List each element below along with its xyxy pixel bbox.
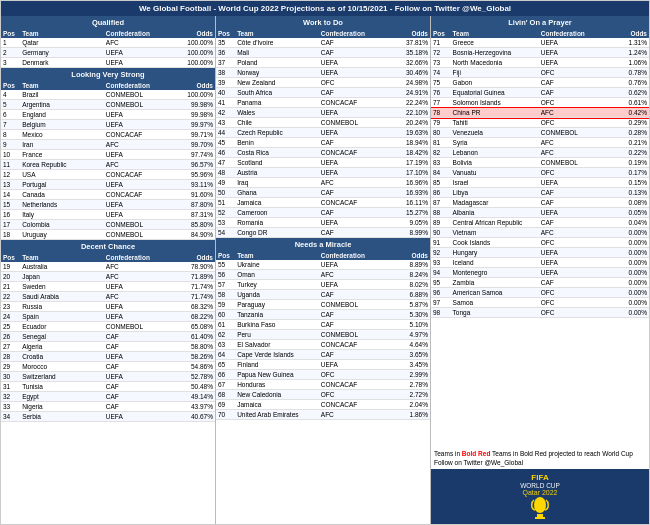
pos-cell: 29: [1, 362, 20, 372]
pos-cell: 3: [1, 58, 20, 68]
svg-point-2: [534, 497, 546, 513]
conf-cell: UEFA: [319, 58, 388, 68]
team-cell: Greece: [451, 38, 539, 48]
team-cell: France: [20, 150, 104, 160]
col-odds: Odds: [388, 251, 430, 260]
conf-cell: CAF: [104, 392, 173, 402]
pos-cell: 47: [216, 158, 235, 168]
table-row: 14CanadaCONCACAF91.60%: [1, 190, 215, 200]
conf-cell: AFC: [104, 160, 173, 170]
conf-cell: CAF: [319, 290, 388, 300]
conf-cell: CAF: [319, 138, 388, 148]
odds-cell: 32.66%: [388, 58, 430, 68]
table-row: 89Central African RepublicCAF0.04%: [431, 218, 649, 228]
conf-cell: CONMEBOL: [104, 220, 173, 230]
odds-cell: 0.78%: [606, 68, 649, 78]
pos-cell: 79: [431, 118, 451, 128]
pos-cell: 35: [216, 38, 235, 48]
conf-cell: UEFA: [539, 268, 606, 278]
conf-cell: CAF: [319, 310, 388, 320]
pos-cell: 74: [431, 68, 451, 78]
odds-cell: 97.74%: [173, 150, 215, 160]
pos-cell: 43: [216, 118, 235, 128]
table-row: 85IsraelUEFA0.15%: [431, 178, 649, 188]
pos-cell: 83: [431, 158, 451, 168]
pos-cell: 42: [216, 108, 235, 118]
conf-cell: CAF: [539, 218, 606, 228]
conf-cell: CONCACAF: [104, 170, 173, 180]
odds-cell: 49.14%: [173, 392, 215, 402]
conf-cell: OFC: [539, 308, 606, 318]
conf-cell: UEFA: [104, 302, 173, 312]
pos-cell: 12: [1, 170, 20, 180]
pos-cell: 53: [216, 218, 235, 228]
conf-cell: UEFA: [104, 110, 173, 120]
odds-cell: 65.08%: [173, 322, 215, 332]
team-cell: Samoa: [451, 298, 539, 308]
table-row: 95ZambiaCAF0.00%: [431, 278, 649, 288]
pos-cell: 59: [216, 300, 235, 310]
conf-cell: UEFA: [319, 168, 388, 178]
table-row: 49IraqAFC16.96%: [216, 178, 430, 188]
odds-cell: 0.42%: [606, 108, 649, 118]
team-cell: Hungary: [451, 248, 539, 258]
conf-cell: UEFA: [104, 180, 173, 190]
col-confederation: Confederation: [104, 253, 173, 262]
table-row: 34SerbiaUEFA40.67%: [1, 412, 215, 422]
team-cell: Egypt: [20, 392, 104, 402]
team-cell: Israel: [451, 178, 539, 188]
pos-cell: 5: [1, 100, 20, 110]
team-cell: Russia: [20, 302, 104, 312]
team-cell: Czech Republic: [235, 128, 319, 138]
table-row: 18UruguayCONMEBOL84.90%: [1, 230, 215, 240]
pos-cell: 61: [216, 320, 235, 330]
team-cell: Ukraine: [235, 260, 319, 270]
odds-cell: 8.89%: [388, 260, 430, 270]
table-row: 70United Arab EmiratesAFC1.86%: [216, 410, 430, 420]
team-cell: Ecuador: [20, 322, 104, 332]
team-cell: USA: [20, 170, 104, 180]
odds-cell: 22.10%: [388, 108, 430, 118]
odds-cell: 0.08%: [606, 198, 649, 208]
table-row: 61Burkina FasoCAF5.10%: [216, 320, 430, 330]
team-cell: Côte d'Ivoire: [235, 38, 319, 48]
pos-cell: 9: [1, 140, 20, 150]
conf-cell: AFC: [319, 270, 388, 280]
pos-cell: 44: [216, 128, 235, 138]
conf-cell: UEFA: [539, 248, 606, 258]
odds-cell: 91.60%: [173, 190, 215, 200]
col-team: Team: [20, 253, 104, 262]
pos-cell: 93: [431, 258, 451, 268]
conf-cell: UEFA: [104, 150, 173, 160]
team-cell: Chile: [235, 118, 319, 128]
table-row: 21SwedenUEFA71.74%: [1, 282, 215, 292]
team-cell: Nigeria: [20, 402, 104, 412]
team-cell: Solomon Islands: [451, 98, 539, 108]
table-row: 90VietnamAFC0.00%: [431, 228, 649, 238]
pos-cell: 87: [431, 198, 451, 208]
team-cell: Argentina: [20, 100, 104, 110]
odds-cell: 24.98%: [388, 78, 430, 88]
table-row: 2GermanyUEFA100.00%: [1, 48, 215, 58]
conf-cell: CAF: [319, 228, 388, 238]
table-row: 44Czech RepublicUEFA19.63%: [216, 128, 430, 138]
col-pos: Pos: [216, 251, 235, 260]
team-cell: Bolivia: [451, 158, 539, 168]
header-title: We Global Football - World Cup 2022 Proj…: [139, 4, 511, 13]
team-cell: Finland: [235, 360, 319, 370]
team-cell: Cape Verde Islands: [235, 350, 319, 360]
odds-cell: 0.22%: [606, 148, 649, 158]
pos-cell: 30: [1, 372, 20, 382]
odds-cell: 5.10%: [388, 320, 430, 330]
odds-cell: 16.96%: [388, 178, 430, 188]
decent-chance-header: Decent Chance: [1, 240, 215, 253]
team-cell: Iran: [20, 140, 104, 150]
pos-cell: 97: [431, 298, 451, 308]
odds-cell: 52.78%: [173, 372, 215, 382]
pos-cell: 17: [1, 220, 20, 230]
wtd-rows: 35Côte d'IvoireCAF37.81%36MaliCAF35.18%3…: [216, 38, 430, 238]
pos-cell: 41: [216, 98, 235, 108]
team-cell: Montenegro: [451, 268, 539, 278]
pos-cell: 58: [216, 290, 235, 300]
odds-cell: 2.78%: [388, 380, 430, 390]
